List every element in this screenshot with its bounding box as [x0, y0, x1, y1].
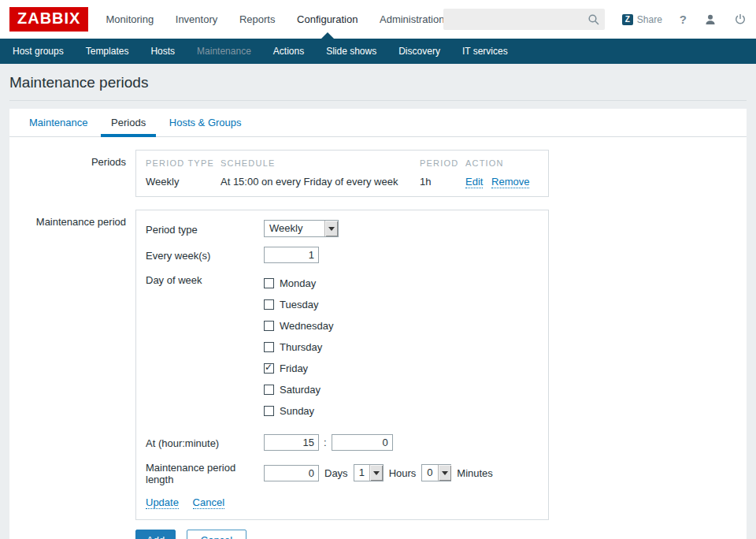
day-of-week-label: Day of week: [146, 273, 264, 286]
every-week-field: Every week(s): [146, 247, 539, 263]
at-time-field: At (hour:minute) :: [146, 434, 539, 451]
title-divider: [9, 100, 747, 101]
nav-actions[interactable]: Actions: [262, 39, 315, 64]
help-icon[interactable]: ?: [680, 13, 687, 26]
nav-templates[interactable]: Templates: [75, 39, 140, 64]
day-tuesday: Tuesday: [264, 294, 333, 315]
day-thursday: Thursday: [264, 336, 333, 358]
cancel-link[interactable]: Cancel: [193, 496, 224, 509]
tab-periods[interactable]: Periods: [101, 109, 156, 136]
day-saturday: Saturday: [264, 379, 333, 400]
sub-navbar: Host groups Templates Hosts Maintenance …: [0, 39, 756, 64]
at-time-label: At (hour:minute): [146, 436, 264, 449]
nav-it-services[interactable]: IT services: [451, 39, 519, 64]
checkbox-monday[interactable]: [264, 278, 274, 288]
search-icon[interactable]: [587, 13, 600, 26]
tab-maintenance[interactable]: Maintenance: [19, 109, 98, 136]
day-sunday: Sunday: [264, 400, 333, 422]
minutes-value: 0: [422, 465, 437, 481]
menu-configuration[interactable]: Configuration: [297, 0, 358, 39]
add-button[interactable]: Add: [135, 530, 176, 539]
day-label: Monday: [280, 277, 316, 289]
period-type-select[interactable]: Weekly: [264, 220, 339, 237]
period-length-label: Maintenance period length: [146, 460, 264, 485]
checkbox-thursday[interactable]: [264, 342, 274, 352]
periods-table-box: PERIOD TYPE SCHEDULE PERIOD ACTION Weekl…: [135, 150, 549, 197]
day-of-week-field: Day of week Monday Tuesday Wednesday: [146, 273, 539, 422]
periods-table: PERIOD TYPE SCHEDULE PERIOD ACTION Weekl…: [146, 154, 539, 189]
time-separator: :: [324, 437, 327, 448]
period-type-value: Weekly: [265, 221, 324, 236]
day-monday: Monday: [264, 273, 333, 294]
menu-administration[interactable]: Administration: [380, 0, 443, 39]
share-link[interactable]: Z Share: [622, 14, 662, 25]
checkbox-friday[interactable]: [264, 363, 274, 374]
hour-input[interactable]: [264, 434, 319, 451]
zabbix-logo[interactable]: ZABBIX: [9, 7, 88, 32]
column-period-type: PERIOD TYPE: [146, 154, 220, 171]
zabbix-share-icon: Z: [622, 14, 633, 25]
period-type-field: Period type Weekly: [146, 220, 539, 237]
day-wednesday: Wednesday: [264, 315, 333, 336]
every-week-input[interactable]: [264, 247, 319, 263]
days-input[interactable]: [264, 465, 319, 481]
form-links: Update Cancel: [146, 496, 539, 508]
maintenance-period-row: Maintenance period Period type Weekly Ev…: [9, 210, 747, 520]
hours-unit-label: Hours: [389, 467, 417, 479]
day-friday: Friday: [264, 358, 333, 379]
cell-period: 1h: [420, 171, 465, 189]
tab-bar: Maintenance Periods Hosts & Groups: [9, 109, 747, 137]
checkbox-saturday[interactable]: [264, 385, 274, 395]
update-link[interactable]: Update: [146, 496, 179, 509]
table-row: Weekly At 15:00 on every Friday of every…: [146, 171, 539, 189]
maintenance-period-label: Maintenance period: [9, 210, 135, 228]
search-input[interactable]: [443, 13, 587, 25]
days-unit-label: Days: [324, 467, 348, 479]
tab-hosts-groups[interactable]: Hosts & Groups: [159, 109, 252, 136]
periods-row: Periods PERIOD TYPE SCHEDULE PERIOD ACTI…: [9, 150, 747, 197]
logout-icon[interactable]: [734, 13, 747, 26]
day-label: Sunday: [280, 405, 314, 417]
nav-slide-shows[interactable]: Slide shows: [315, 39, 387, 64]
period-length-field: Maintenance period length Days 1 Hours 0…: [146, 460, 539, 485]
checkbox-tuesday[interactable]: [264, 299, 274, 310]
menu-monitoring[interactable]: Monitoring: [106, 0, 154, 39]
minutes-unit-label: Minutes: [457, 467, 493, 479]
period-type-label: Period type: [146, 222, 264, 236]
cell-actions: Edit Remove: [465, 171, 539, 189]
nav-host-groups[interactable]: Host groups: [2, 39, 75, 64]
cancel-button[interactable]: Cancel: [187, 530, 246, 539]
column-schedule: SCHEDULE: [220, 154, 420, 171]
checkbox-sunday[interactable]: [264, 406, 274, 416]
top-header: ZABBIX Monitoring Inventory Reports Conf…: [0, 0, 756, 39]
nav-maintenance[interactable]: Maintenance: [186, 39, 262, 64]
share-label: Share: [637, 14, 662, 25]
edit-link[interactable]: Edit: [465, 176, 483, 188]
chevron-down-icon: [324, 221, 338, 236]
page-content: Maintenance periods Maintenance Periods …: [0, 64, 756, 539]
day-label: Friday: [280, 362, 308, 374]
maintenance-form-card: Maintenance Periods Hosts & Groups Perio…: [9, 109, 747, 539]
main-menu: Monitoring Inventory Reports Configurati…: [96, 0, 443, 39]
cell-period-type: Weekly: [146, 171, 220, 189]
maintenance-period-form: Period type Weekly Every week(s) Day of …: [135, 210, 549, 520]
minute-input[interactable]: [332, 434, 393, 451]
day-label: Saturday: [280, 384, 321, 396]
minutes-select[interactable]: 0: [421, 464, 451, 481]
chevron-down-icon: [438, 465, 451, 481]
column-action: ACTION: [465, 154, 539, 171]
menu-reports[interactable]: Reports: [239, 0, 276, 39]
nav-hosts[interactable]: Hosts: [139, 39, 186, 64]
remove-link[interactable]: Remove: [491, 176, 529, 188]
nav-discovery[interactable]: Discovery: [387, 39, 451, 64]
day-label: Thursday: [280, 341, 322, 353]
column-period: PERIOD: [420, 154, 465, 171]
page-title: Maintenance periods: [9, 64, 747, 100]
every-week-label: Every week(s): [146, 248, 264, 262]
hours-select[interactable]: 1: [354, 464, 384, 481]
checkbox-wednesday[interactable]: [264, 321, 274, 331]
cell-schedule: At 15:00 on every Friday of every week: [220, 171, 420, 189]
menu-inventory[interactable]: Inventory: [176, 0, 217, 39]
user-profile-icon[interactable]: [704, 13, 717, 26]
chevron-down-icon: [369, 465, 383, 481]
